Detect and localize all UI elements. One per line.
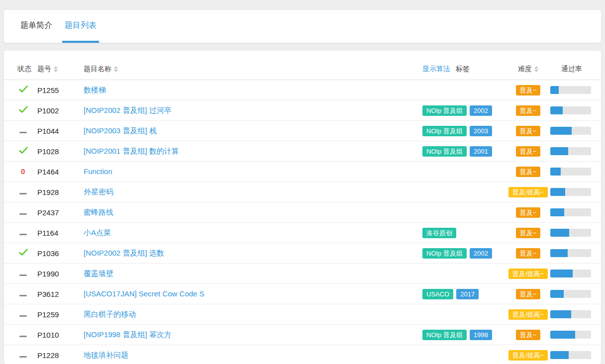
tag-badge[interactable]: 2002 [470, 105, 492, 116]
problem-id: P1259 [37, 310, 84, 319]
tag-badge[interactable]: NOIp 普及组 [422, 330, 467, 340]
failed-score-text: 0 [21, 167, 25, 176]
table-row: P1990 覆盖墙壁 普及/提高− [4, 264, 601, 284]
pass-rate-cell [550, 331, 591, 339]
pass-rate-bar [550, 127, 591, 135]
header-difficulty-sort[interactable]: 难度 [518, 65, 538, 74]
header-name-sort[interactable]: 题目名称 [84, 65, 118, 74]
tags-cell: NOIp 普及组2001 [422, 146, 506, 157]
problem-title-link[interactable]: 外星密码 [84, 187, 113, 196]
header-id-sort[interactable]: 题号 [37, 65, 58, 74]
problem-title-link[interactable]: 黑白棋子的移动 [84, 310, 136, 318]
pass-rate-cell [550, 168, 591, 176]
tag-badge[interactable]: NOIp 普及组 [422, 248, 467, 259]
pass-rate-bar [550, 331, 591, 339]
difficulty-badge[interactable]: 普及/提高− [508, 309, 548, 320]
difficulty-cell: 普及− [506, 105, 550, 116]
title-cell: 数楼梯 [84, 86, 422, 95]
status-cell [17, 126, 37, 135]
difficulty-badge[interactable]: 普及− [516, 85, 541, 95]
pass-rate-bar [550, 106, 591, 114]
page: 题单简介 题目列表 状态 题号 题目名称 显示算法 标签 [0, 10, 605, 364]
not-attempted-dash-icon [19, 336, 27, 337]
difficulty-cell: 普及− [506, 126, 550, 136]
difficulty-badge[interactable]: 普及/提高− [508, 269, 548, 279]
problem-title-link[interactable]: [NOIP2002 普及组] 选数 [84, 249, 164, 257]
problem-id: P1990 [37, 270, 84, 278]
difficulty-badge[interactable]: 普及/提高− [508, 187, 548, 197]
pass-rate-fill [550, 351, 569, 359]
pass-rate-cell [550, 208, 591, 216]
problem-id: P1255 [37, 86, 84, 94]
header-id-label: 题号 [37, 65, 51, 74]
pass-rate-fill [550, 229, 569, 237]
not-attempted-dash-icon [19, 132, 27, 133]
table-row: P2437 蜜蜂路线 普及− [4, 202, 601, 223]
tag-badge[interactable]: 2001 [470, 146, 492, 157]
tags-cell: NOIp 普及组2002 [422, 248, 506, 259]
tag-badge[interactable]: NOIp 普及组 [422, 126, 467, 136]
solved-check-icon [19, 86, 28, 92]
not-attempted-dash-icon [19, 193, 27, 194]
difficulty-badge[interactable]: 普及− [516, 126, 541, 136]
pass-rate-cell [550, 351, 591, 359]
problem-title-link[interactable]: [USACO17JAN] Secret Cow Code S [84, 289, 204, 298]
status-cell [17, 310, 37, 319]
header-pass-rate: 通过率 [550, 65, 591, 74]
difficulty-badge[interactable]: 普及− [516, 167, 541, 177]
tab-problem-list-intro[interactable]: 题单简介 [18, 10, 55, 43]
problem-title-link[interactable]: 蜜蜂路线 [84, 208, 113, 216]
problem-title-link[interactable]: Function [84, 167, 112, 176]
tag-badge[interactable]: NOIp 普及组 [422, 105, 467, 116]
tag-badge[interactable]: 2003 [470, 126, 492, 136]
difficulty-badge[interactable]: 普及− [516, 289, 541, 299]
header-name: 题目名称 [84, 65, 422, 74]
status-cell [17, 228, 37, 237]
title-cell: 外星密码 [84, 187, 422, 197]
difficulty-badge[interactable]: 普及− [516, 146, 541, 157]
problem-title-link[interactable]: [NOIP2002 普及组] 过河卒 [84, 106, 172, 114]
problem-id: P3612 [37, 290, 84, 298]
tags-cell: NOIp 普及组2003 [422, 126, 506, 136]
tag-badge[interactable]: 洛谷原创 [422, 228, 456, 238]
problem-title-link[interactable]: [NOIP2003 普及组] 栈 [84, 126, 157, 135]
title-cell: Function [84, 167, 422, 176]
difficulty-badge[interactable]: 普及− [516, 248, 541, 259]
difficulty-badge[interactable]: 普及− [516, 207, 541, 218]
tag-badge[interactable]: 1998 [470, 330, 492, 340]
problem-table: 状态 题号 题目名称 显示算法 标签 难度 [4, 51, 601, 364]
difficulty-badge[interactable]: 普及− [516, 228, 541, 238]
tab-problem-list[interactable]: 题目列表 [62, 10, 99, 43]
problem-title-link[interactable]: [NOIP2001 普及组] 数的计算 [84, 147, 179, 155]
difficulty-badge[interactable]: 普及− [516, 330, 541, 340]
show-algorithms-link[interactable]: 显示算法 [422, 65, 450, 74]
problem-id: P1928 [37, 188, 84, 196]
sort-icon [534, 66, 538, 72]
difficulty-cell: 普及/提高− [506, 269, 550, 279]
problem-title-link[interactable]: 数楼梯 [84, 86, 106, 94]
problem-title-link[interactable]: 地毯填补问题 [84, 351, 128, 359]
difficulty-cell: 普及− [506, 289, 550, 299]
status-cell: 0 [17, 167, 37, 176]
title-cell: [NOIP2002 普及组] 过河卒 [84, 106, 422, 115]
pass-rate-fill [550, 310, 571, 318]
pass-rate-bar [550, 270, 591, 277]
tag-badge[interactable]: 2017 [456, 289, 479, 299]
difficulty-badge[interactable]: 普及/提高− [508, 350, 548, 361]
problem-title-link[interactable]: 覆盖墙壁 [84, 269, 113, 277]
pass-rate-bar [550, 290, 591, 298]
tag-badge[interactable]: NOIp 普及组 [422, 146, 467, 157]
solved-check-icon [19, 249, 28, 256]
problem-id: P1044 [37, 127, 84, 135]
difficulty-badge[interactable]: 普及− [516, 105, 541, 116]
pass-rate-fill [550, 147, 568, 155]
tag-badge[interactable]: USACO [422, 289, 453, 299]
title-cell: [NOIP1998 普及组] 幂次方 [84, 330, 422, 340]
problem-title-link[interactable]: 小A点菜 [84, 228, 111, 237]
table-row: P1002 [NOIP2002 普及组] 过河卒 NOIp 普及组2002 普及… [4, 100, 601, 121]
header-tags: 显示算法 标签 [422, 65, 506, 74]
tag-badge[interactable]: 2002 [470, 248, 492, 259]
problem-title-link[interactable]: [NOIP1998 普及组] 幂次方 [84, 330, 172, 339]
header-status: 状态 [17, 65, 37, 74]
not-attempted-dash-icon [19, 234, 27, 235]
